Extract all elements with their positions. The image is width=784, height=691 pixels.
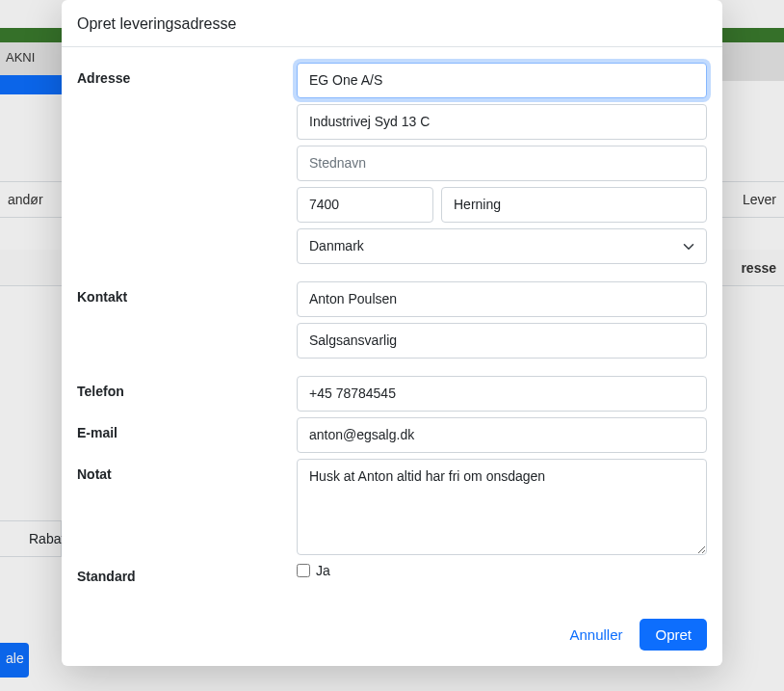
label-standard: Standard — [77, 561, 297, 584]
submit-button[interactable]: Opret — [640, 619, 707, 651]
contact-name-input[interactable] — [297, 281, 707, 317]
email-input[interactable] — [297, 417, 707, 453]
standard-checkbox-label: Ja — [316, 563, 330, 578]
label-notat: Notat — [77, 459, 297, 482]
label-adresse: Adresse — [77, 63, 297, 86]
modal-title: Opret leveringsadresse — [77, 15, 236, 32]
create-delivery-address-modal: Opret leveringsadresse Adresse Danmark K… — [62, 0, 722, 666]
label-email: E-mail — [77, 417, 297, 440]
stednavn-input[interactable] — [297, 146, 707, 181]
modal-footer: Annuller Opret — [62, 605, 722, 666]
phone-input[interactable] — [297, 376, 707, 412]
standard-checkbox[interactable] — [297, 564, 310, 577]
label-telefon: Telefon — [77, 376, 297, 399]
city-input[interactable] — [441, 187, 707, 223]
zip-input[interactable] — [297, 187, 433, 223]
modal-header: Opret leveringsadresse — [62, 0, 722, 47]
company-input[interactable] — [297, 63, 707, 98]
contact-title-input[interactable] — [297, 323, 707, 359]
label-kontakt: Kontakt — [77, 281, 297, 305]
note-textarea[interactable] — [297, 459, 707, 555]
street-input[interactable] — [297, 104, 707, 140]
cancel-button[interactable]: Annuller — [563, 619, 628, 651]
country-select[interactable]: Danmark — [297, 228, 707, 264]
modal-body: Adresse Danmark Kontakt — [62, 47, 722, 605]
